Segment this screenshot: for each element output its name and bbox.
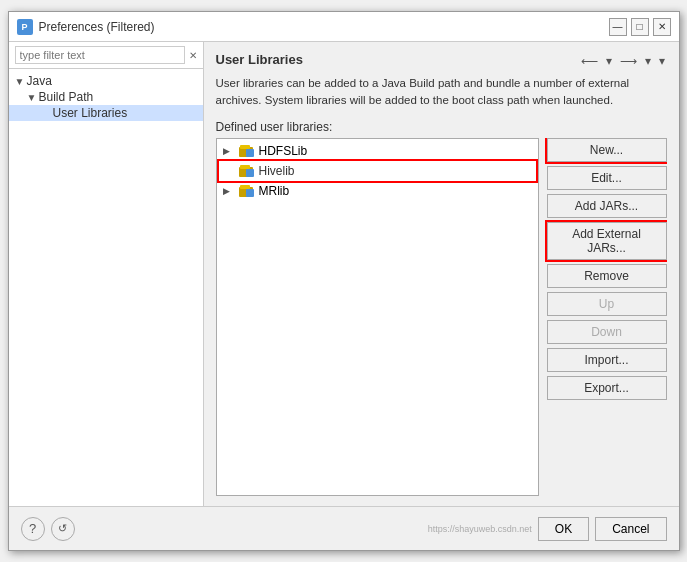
hdfslib-icon — [239, 143, 255, 159]
panel-nav: ⟵ ▾ ⟶ ▾ ▾ — [579, 54, 667, 68]
buttons-column: New... Edit... Add JARs... Add External … — [547, 138, 667, 497]
mrlib-icon — [239, 183, 255, 199]
nav-menu-icon[interactable]: ▾ — [657, 54, 667, 68]
build-path-expander-icon: ▼ — [25, 92, 39, 103]
restore-defaults-button[interactable]: ↺ — [51, 517, 75, 541]
user-libraries-expander-icon — [39, 108, 53, 119]
hivelib-name: Hivelib — [259, 164, 295, 178]
tree-item-java[interactable]: ▼ Java — [9, 73, 203, 89]
down-button[interactable]: Down — [547, 320, 667, 344]
svg-rect-1 — [240, 145, 250, 149]
user-libraries-label: User Libraries — [53, 106, 199, 120]
libraries-area: ▶ HDFSLib — [216, 138, 667, 497]
help-button[interactable]: ? — [21, 517, 45, 541]
title-bar: P Preferences (Filtered) — □ ✕ — [9, 12, 679, 42]
title-bar-left: P Preferences (Filtered) — [17, 19, 155, 35]
close-button[interactable]: ✕ — [653, 18, 671, 36]
build-path-label: Build Path — [39, 90, 199, 104]
svg-rect-2 — [246, 149, 254, 157]
window-title: Preferences (Filtered) — [39, 20, 155, 34]
new-button[interactable]: New... — [547, 138, 667, 162]
nav-forward-dropdown-icon[interactable]: ▾ — [643, 54, 653, 68]
defined-label: Defined user libraries: — [216, 120, 667, 134]
tree-area: ▼ Java ▼ Build Path User Libraries — [9, 69, 203, 506]
hdfslib-name: HDFSLib — [259, 144, 308, 158]
hivelib-icon — [239, 163, 255, 179]
mrlib-expander-icon: ▶ — [223, 186, 235, 196]
maximize-button[interactable]: □ — [631, 18, 649, 36]
content-area: ✕ ▼ Java ▼ Build Path User Libraries — [9, 42, 679, 506]
search-input[interactable] — [15, 46, 185, 64]
svg-rect-7 — [240, 185, 250, 189]
ok-button[interactable]: OK — [538, 517, 589, 541]
hdfslib-expander-icon: ▶ — [223, 146, 235, 156]
tree-item-user-libraries[interactable]: User Libraries — [9, 105, 203, 121]
left-panel: ✕ ▼ Java ▼ Build Path User Libraries — [9, 42, 204, 506]
mrlib-name: MRlib — [259, 184, 290, 198]
nav-dropdown-icon[interactable]: ▾ — [604, 54, 614, 68]
search-clear-icon[interactable]: ✕ — [189, 50, 197, 61]
java-label: Java — [27, 74, 199, 88]
svg-rect-5 — [246, 169, 254, 177]
footer-note: https://shayuweb.csdn.net — [81, 524, 532, 534]
import-button[interactable]: Import... — [547, 348, 667, 372]
add-external-jars-button[interactable]: Add External JARs... — [547, 222, 667, 260]
svg-rect-8 — [246, 189, 254, 197]
up-button[interactable]: Up — [547, 292, 667, 316]
svg-rect-4 — [240, 165, 250, 169]
export-button[interactable]: Export... — [547, 376, 667, 400]
right-panel: User Libraries ⟵ ▾ ⟶ ▾ ▾ User libraries … — [204, 42, 679, 506]
bottom-bar: ? ↺ https://shayuweb.csdn.net OK Cancel — [9, 506, 679, 550]
edit-button[interactable]: Edit... — [547, 166, 667, 190]
add-jars-button[interactable]: Add JARs... — [547, 194, 667, 218]
remove-button[interactable]: Remove — [547, 264, 667, 288]
lib-item-hivelib[interactable]: Hivelib — [219, 161, 536, 181]
panel-description: User libraries can be added to a Java Bu… — [216, 75, 667, 110]
bottom-left: ? ↺ https://shayuweb.csdn.net — [21, 517, 532, 541]
window-icon: P — [17, 19, 33, 35]
java-expander-icon: ▼ — [13, 76, 27, 87]
title-controls: — □ ✕ — [609, 18, 671, 36]
search-box: ✕ — [9, 42, 203, 69]
tree-item-build-path[interactable]: ▼ Build Path — [9, 89, 203, 105]
lib-item-hdfslib[interactable]: ▶ HDFSLib — [219, 141, 536, 161]
nav-forward-icon[interactable]: ⟶ — [618, 54, 639, 68]
minimize-button[interactable]: — — [609, 18, 627, 36]
nav-back-icon[interactable]: ⟵ — [579, 54, 600, 68]
preferences-window: P Preferences (Filtered) — □ ✕ ✕ ▼ Java — [8, 11, 680, 551]
cancel-button[interactable]: Cancel — [595, 517, 666, 541]
libraries-list: ▶ HDFSLib — [216, 138, 539, 497]
panel-title: User Libraries — [216, 52, 303, 67]
lib-item-mrlib[interactable]: ▶ MRlib — [219, 181, 536, 201]
